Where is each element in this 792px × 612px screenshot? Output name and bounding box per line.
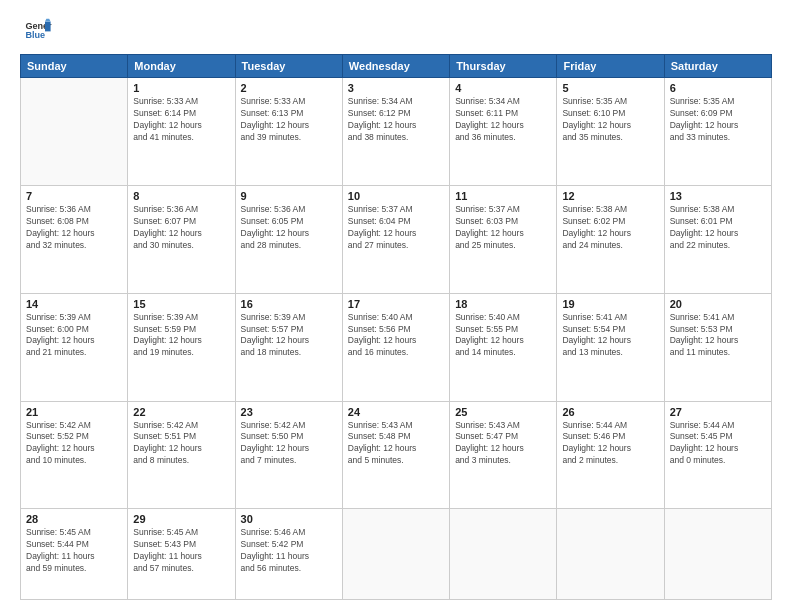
weekday-header-monday: Monday <box>128 55 235 78</box>
calendar-cell: 25Sunrise: 5:43 AM Sunset: 5:47 PM Dayli… <box>450 401 557 509</box>
calendar-cell: 23Sunrise: 5:42 AM Sunset: 5:50 PM Dayli… <box>235 401 342 509</box>
day-number: 5 <box>562 82 658 94</box>
calendar-cell: 4Sunrise: 5:34 AM Sunset: 6:11 PM Daylig… <box>450 78 557 186</box>
calendar-cell <box>664 509 771 600</box>
calendar-cell: 8Sunrise: 5:36 AM Sunset: 6:07 PM Daylig… <box>128 185 235 293</box>
day-info: Sunrise: 5:44 AM Sunset: 5:45 PM Dayligh… <box>670 420 766 468</box>
day-number: 24 <box>348 406 444 418</box>
day-info: Sunrise: 5:37 AM Sunset: 6:04 PM Dayligh… <box>348 204 444 252</box>
calendar-cell: 30Sunrise: 5:46 AM Sunset: 5:42 PM Dayli… <box>235 509 342 600</box>
day-info: Sunrise: 5:42 AM Sunset: 5:50 PM Dayligh… <box>241 420 337 468</box>
calendar-cell: 18Sunrise: 5:40 AM Sunset: 5:55 PM Dayli… <box>450 293 557 401</box>
calendar-cell: 7Sunrise: 5:36 AM Sunset: 6:08 PM Daylig… <box>21 185 128 293</box>
day-info: Sunrise: 5:45 AM Sunset: 5:44 PM Dayligh… <box>26 527 122 575</box>
calendar-cell: 19Sunrise: 5:41 AM Sunset: 5:54 PM Dayli… <box>557 293 664 401</box>
svg-text:Blue: Blue <box>25 30 45 40</box>
day-info: Sunrise: 5:35 AM Sunset: 6:10 PM Dayligh… <box>562 96 658 144</box>
calendar-cell: 9Sunrise: 5:36 AM Sunset: 6:05 PM Daylig… <box>235 185 342 293</box>
calendar-cell: 15Sunrise: 5:39 AM Sunset: 5:59 PM Dayli… <box>128 293 235 401</box>
day-number: 27 <box>670 406 766 418</box>
day-info: Sunrise: 5:42 AM Sunset: 5:51 PM Dayligh… <box>133 420 229 468</box>
calendar-cell: 21Sunrise: 5:42 AM Sunset: 5:52 PM Dayli… <box>21 401 128 509</box>
day-number: 13 <box>670 190 766 202</box>
calendar-cell: 13Sunrise: 5:38 AM Sunset: 6:01 PM Dayli… <box>664 185 771 293</box>
day-info: Sunrise: 5:44 AM Sunset: 5:46 PM Dayligh… <box>562 420 658 468</box>
calendar-cell: 10Sunrise: 5:37 AM Sunset: 6:04 PM Dayli… <box>342 185 449 293</box>
calendar-cell <box>557 509 664 600</box>
calendar-cell: 11Sunrise: 5:37 AM Sunset: 6:03 PM Dayli… <box>450 185 557 293</box>
day-number: 20 <box>670 298 766 310</box>
day-number: 17 <box>348 298 444 310</box>
day-number: 11 <box>455 190 551 202</box>
calendar-cell: 20Sunrise: 5:41 AM Sunset: 5:53 PM Dayli… <box>664 293 771 401</box>
calendar-cell: 3Sunrise: 5:34 AM Sunset: 6:12 PM Daylig… <box>342 78 449 186</box>
weekday-header-friday: Friday <box>557 55 664 78</box>
day-number: 30 <box>241 513 337 525</box>
day-info: Sunrise: 5:41 AM Sunset: 5:53 PM Dayligh… <box>670 312 766 360</box>
calendar-cell: 29Sunrise: 5:45 AM Sunset: 5:43 PM Dayli… <box>128 509 235 600</box>
weekday-header-wednesday: Wednesday <box>342 55 449 78</box>
calendar-cell: 5Sunrise: 5:35 AM Sunset: 6:10 PM Daylig… <box>557 78 664 186</box>
day-number: 29 <box>133 513 229 525</box>
calendar-cell: 12Sunrise: 5:38 AM Sunset: 6:02 PM Dayli… <box>557 185 664 293</box>
day-number: 18 <box>455 298 551 310</box>
calendar-cell: 2Sunrise: 5:33 AM Sunset: 6:13 PM Daylig… <box>235 78 342 186</box>
day-number: 26 <box>562 406 658 418</box>
calendar-cell <box>450 509 557 600</box>
svg-marker-3 <box>45 19 51 22</box>
day-info: Sunrise: 5:37 AM Sunset: 6:03 PM Dayligh… <box>455 204 551 252</box>
svg-marker-2 <box>45 22 51 32</box>
day-info: Sunrise: 5:35 AM Sunset: 6:09 PM Dayligh… <box>670 96 766 144</box>
calendar-cell: 6Sunrise: 5:35 AM Sunset: 6:09 PM Daylig… <box>664 78 771 186</box>
logo: General Blue <box>20 16 52 44</box>
day-info: Sunrise: 5:42 AM Sunset: 5:52 PM Dayligh… <box>26 420 122 468</box>
weekday-header-tuesday: Tuesday <box>235 55 342 78</box>
calendar-cell: 22Sunrise: 5:42 AM Sunset: 5:51 PM Dayli… <box>128 401 235 509</box>
day-number: 2 <box>241 82 337 94</box>
day-info: Sunrise: 5:39 AM Sunset: 5:59 PM Dayligh… <box>133 312 229 360</box>
day-number: 14 <box>26 298 122 310</box>
day-number: 9 <box>241 190 337 202</box>
day-info: Sunrise: 5:38 AM Sunset: 6:02 PM Dayligh… <box>562 204 658 252</box>
calendar-cell: 26Sunrise: 5:44 AM Sunset: 5:46 PM Dayli… <box>557 401 664 509</box>
day-info: Sunrise: 5:39 AM Sunset: 5:57 PM Dayligh… <box>241 312 337 360</box>
day-info: Sunrise: 5:43 AM Sunset: 5:48 PM Dayligh… <box>348 420 444 468</box>
calendar-cell: 16Sunrise: 5:39 AM Sunset: 5:57 PM Dayli… <box>235 293 342 401</box>
calendar-cell: 28Sunrise: 5:45 AM Sunset: 5:44 PM Dayli… <box>21 509 128 600</box>
day-info: Sunrise: 5:33 AM Sunset: 6:14 PM Dayligh… <box>133 96 229 144</box>
day-number: 10 <box>348 190 444 202</box>
day-number: 23 <box>241 406 337 418</box>
day-info: Sunrise: 5:43 AM Sunset: 5:47 PM Dayligh… <box>455 420 551 468</box>
day-number: 1 <box>133 82 229 94</box>
day-number: 25 <box>455 406 551 418</box>
day-info: Sunrise: 5:36 AM Sunset: 6:08 PM Dayligh… <box>26 204 122 252</box>
weekday-header-thursday: Thursday <box>450 55 557 78</box>
day-number: 8 <box>133 190 229 202</box>
calendar-cell: 24Sunrise: 5:43 AM Sunset: 5:48 PM Dayli… <box>342 401 449 509</box>
day-number: 12 <box>562 190 658 202</box>
calendar-cell: 27Sunrise: 5:44 AM Sunset: 5:45 PM Dayli… <box>664 401 771 509</box>
day-number: 21 <box>26 406 122 418</box>
day-info: Sunrise: 5:38 AM Sunset: 6:01 PM Dayligh… <box>670 204 766 252</box>
day-number: 3 <box>348 82 444 94</box>
calendar-cell: 1Sunrise: 5:33 AM Sunset: 6:14 PM Daylig… <box>128 78 235 186</box>
day-number: 28 <box>26 513 122 525</box>
day-info: Sunrise: 5:40 AM Sunset: 5:56 PM Dayligh… <box>348 312 444 360</box>
day-info: Sunrise: 5:46 AM Sunset: 5:42 PM Dayligh… <box>241 527 337 575</box>
day-number: 15 <box>133 298 229 310</box>
day-number: 19 <box>562 298 658 310</box>
calendar-cell <box>21 78 128 186</box>
day-info: Sunrise: 5:39 AM Sunset: 6:00 PM Dayligh… <box>26 312 122 360</box>
weekday-header-sunday: Sunday <box>21 55 128 78</box>
day-info: Sunrise: 5:34 AM Sunset: 6:12 PM Dayligh… <box>348 96 444 144</box>
day-info: Sunrise: 5:45 AM Sunset: 5:43 PM Dayligh… <box>133 527 229 575</box>
calendar-cell: 14Sunrise: 5:39 AM Sunset: 6:00 PM Dayli… <box>21 293 128 401</box>
day-info: Sunrise: 5:40 AM Sunset: 5:55 PM Dayligh… <box>455 312 551 360</box>
weekday-header-saturday: Saturday <box>664 55 771 78</box>
day-info: Sunrise: 5:36 AM Sunset: 6:05 PM Dayligh… <box>241 204 337 252</box>
day-number: 4 <box>455 82 551 94</box>
day-info: Sunrise: 5:41 AM Sunset: 5:54 PM Dayligh… <box>562 312 658 360</box>
day-number: 22 <box>133 406 229 418</box>
calendar-cell <box>342 509 449 600</box>
day-info: Sunrise: 5:36 AM Sunset: 6:07 PM Dayligh… <box>133 204 229 252</box>
